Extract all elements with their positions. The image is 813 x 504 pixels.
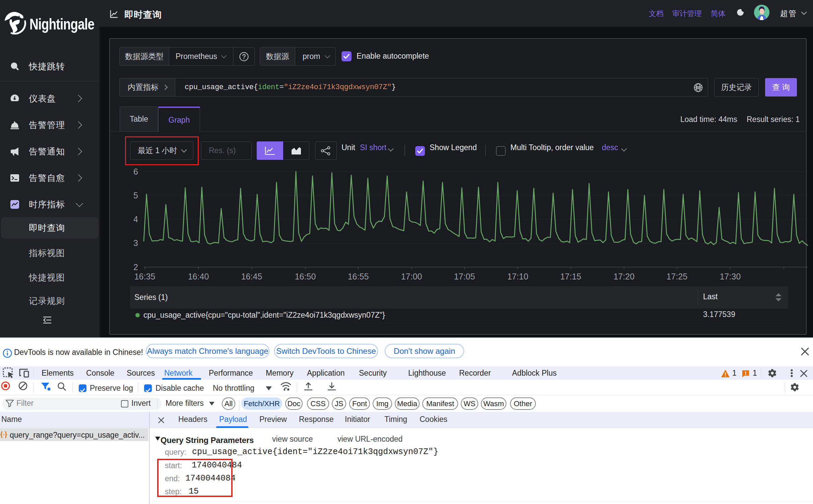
svg-text:2: 2 [133, 262, 138, 272]
svg-text:17:00: 17:00 [401, 272, 422, 281]
svg-text:17:10: 17:10 [507, 272, 528, 281]
svg-text:16:55: 16:55 [348, 272, 369, 281]
svg-text:17:15: 17:15 [560, 272, 581, 281]
svg-text:17:25: 17:25 [667, 272, 688, 281]
svg-text:16:50: 16:50 [295, 272, 316, 281]
svg-text:6: 6 [133, 168, 138, 176]
svg-text:3: 3 [133, 238, 138, 248]
svg-text:16:35: 16:35 [134, 272, 155, 281]
svg-text:5: 5 [133, 191, 138, 200]
svg-text:4: 4 [133, 214, 138, 224]
svg-text:17:05: 17:05 [454, 272, 475, 281]
svg-text:16:45: 16:45 [241, 272, 262, 281]
svg-text:17:30: 17:30 [720, 272, 741, 281]
svg-text:17:20: 17:20 [614, 272, 635, 281]
svg-text:16:40: 16:40 [188, 272, 209, 281]
